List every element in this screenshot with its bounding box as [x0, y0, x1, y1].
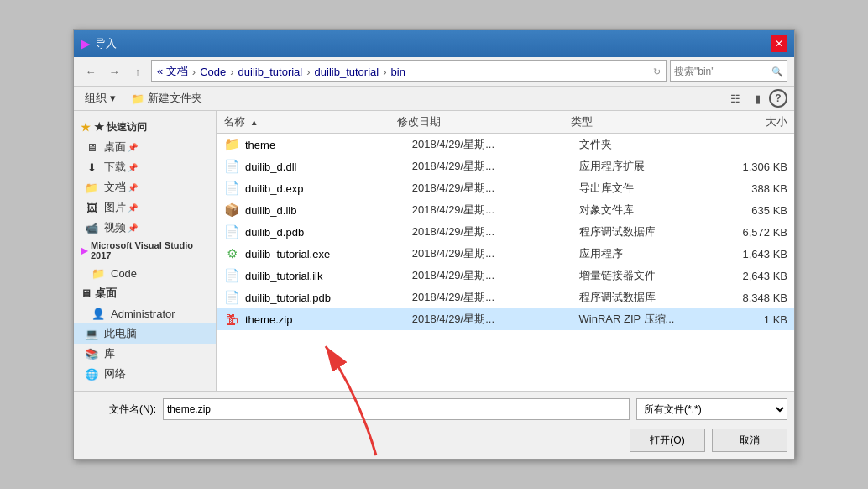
organize-button[interactable]: 组织 ▾ [81, 88, 120, 108]
desktop2-header[interactable]: 🖥 桌面 [74, 283, 216, 303]
pin-icon-doc: 📌 [128, 183, 138, 192]
table-row-selected[interactable]: 🗜 theme.zip 2018/4/29/星期... WinRAR ZIP 压… [217, 308, 794, 330]
table-row[interactable]: 📄 duilib_tutorial.ilk 2018/4/29/星期... 增量… [217, 265, 794, 287]
pictures-icon: 🖼 [84, 200, 99, 215]
footer: 文件名(N): 所有文件(*.*) 打开(O) 取消 [74, 391, 794, 459]
navigation-toolbar: ← → ↑ « 文档 › Code › duilib_tutorial › du… [74, 57, 794, 87]
open-button[interactable]: 打开(O) [630, 429, 705, 452]
address-part-3[interactable]: duilib_tutorial [237, 66, 305, 78]
pdb2-icon: 📄 [223, 289, 240, 306]
library-icon: 📚 [84, 346, 99, 361]
folder-icon: 📁 [223, 136, 240, 153]
up-button[interactable]: ↑ [128, 61, 148, 82]
pin-icon-pic: 📌 [128, 203, 138, 213]
column-headers: 名称 ▲ 修改日期 类型 大小 [217, 111, 794, 134]
address-bar[interactable]: « 文档 › Code › duilib_tutorial › duilib_t… [151, 60, 667, 82]
search-icon: 🔍 [771, 66, 783, 77]
cancel-button[interactable]: 取消 [712, 429, 787, 452]
dialog-title: 导入 [95, 36, 771, 51]
help-button[interactable]: ? [769, 89, 787, 108]
sidebar-item-desktop[interactable]: 🖥 桌面 📌 [74, 137, 216, 157]
import-dialog: ▶ 导入 ✕ ← → ↑ « 文档 › Code › duilib_tutori… [73, 29, 795, 460]
sidebar-item-admin[interactable]: 👤 Administrator [74, 303, 216, 323]
search-box: 🔍 [670, 60, 787, 82]
col-date-header[interactable]: 修改日期 [397, 114, 571, 129]
table-row[interactable]: 📄 duilib_d.pdb 2018/4/29/星期... 程序调试数据库 6… [217, 221, 794, 243]
thispc-icon: 💻 [84, 326, 99, 341]
desktop-icon: 🖥 [84, 139, 99, 155]
sort-arrow: ▲ [250, 118, 259, 127]
sidebar-item-library[interactable]: 📚 库 [74, 344, 216, 364]
table-row[interactable]: 📁 theme 2018/4/29/星期... 文件夹 [217, 134, 794, 155]
sidebar: ★ ★ 快速访问 🖥 桌面 📌 ⬇ 下载 📌 📁 文档 📌 🖼 图片 [74, 111, 217, 391]
address-part-4[interactable]: duilib_tutorial [313, 66, 381, 78]
zip-icon: 🗜 [223, 311, 240, 328]
sidebar-item-downloads[interactable]: ⬇ 下载 📌 [74, 157, 216, 177]
sidebar-item-network[interactable]: 🌐 网络 [74, 364, 216, 384]
dialog-icon: ▶ [81, 37, 90, 50]
back-button[interactable]: ← [81, 61, 101, 82]
table-row[interactable]: 📄 duilib_tutorial.pdb 2018/4/29/星期... 程序… [217, 287, 794, 308]
exp-icon: 📄 [223, 180, 240, 197]
exe-icon: ⚙ [223, 245, 240, 262]
view-list-button[interactable]: ☷ [725, 89, 745, 108]
pin-icon-dl: 📌 [128, 163, 138, 172]
filetype-select[interactable]: 所有文件(*.*) [636, 398, 787, 420]
download-icon: ⬇ [84, 160, 99, 175]
col-name-header[interactable]: 名称 ▲ [223, 114, 397, 129]
search-input[interactable] [674, 66, 771, 77]
network-icon: 🌐 [84, 366, 99, 381]
pin-icon: 📌 [128, 143, 138, 152]
table-row[interactable]: 📄 duilib_d.exp 2018/4/29/星期... 导出库文件 388… [217, 177, 794, 199]
sidebar-item-pictures[interactable]: 🖼 图片 📌 [74, 197, 216, 218]
quick-access-header[interactable]: ★ ★ 快速访问 [74, 118, 216, 137]
address-part-1[interactable]: « 文档 [155, 64, 190, 79]
col-size-header[interactable]: 大小 [701, 114, 787, 129]
dll-icon: 📄 [223, 158, 240, 175]
second-toolbar: 组织 ▾ 📁 新建文件夹 ☷ ▮ ? [74, 87, 794, 111]
sidebar-item-videos[interactable]: 📹 视频 📌 [74, 218, 216, 238]
sidebar-item-docs[interactable]: 📁 文档 📌 [74, 177, 216, 197]
sidebar-item-thispc[interactable]: 💻 此电脑 [74, 323, 216, 344]
address-part-2[interactable]: Code [198, 66, 227, 78]
view-grid-button[interactable]: ▮ [747, 89, 767, 108]
new-folder-button[interactable]: 📁 新建文件夹 [127, 88, 207, 108]
pin-icon-vid: 📌 [128, 223, 138, 233]
code-folder-icon: 📁 [91, 266, 106, 281]
docs-icon: 📁 [84, 180, 99, 195]
table-row[interactable]: 📦 duilib_d.lib 2018/4/29/星期... 对象文件库 635… [217, 199, 794, 221]
filename-label: 文件名(N): [81, 402, 156, 417]
admin-icon: 👤 [91, 306, 106, 321]
ilk-icon: 📄 [223, 267, 240, 284]
view-buttons: ☷ ▮ ? [725, 89, 787, 108]
sidebar-item-code[interactable]: 📁 Code [74, 263, 216, 283]
address-part-5[interactable]: bin [390, 66, 407, 78]
videos-icon: 📹 [84, 220, 99, 235]
col-type-header[interactable]: 类型 [571, 114, 701, 129]
content-area: 名称 ▲ 修改日期 类型 大小 📁 theme 2018/4/29/星期... … [217, 111, 794, 391]
filename-row: 文件名(N): 所有文件(*.*) [81, 398, 787, 420]
table-row[interactable]: ⚙ duilib_tutorial.exe 2018/4/29/星期... 应用… [217, 243, 794, 265]
lib-icon: 📦 [223, 202, 240, 218]
footer-buttons: 打开(O) 取消 [81, 425, 787, 452]
table-row[interactable]: 📄 duilib_d.dll 2018/4/29/星期... 应用程序扩展 1,… [217, 155, 794, 177]
forward-button[interactable]: → [104, 61, 124, 82]
filename-input[interactable] [163, 398, 630, 420]
vs-header[interactable]: ▶ Microsoft Visual Studio 2017 [74, 238, 216, 263]
close-button[interactable]: ✕ [771, 35, 787, 52]
main-area: ★ ★ 快速访问 🖥 桌面 📌 ⬇ 下载 📌 📁 文档 📌 🖼 图片 [74, 111, 794, 391]
titlebar: ▶ 导入 ✕ [74, 30, 794, 57]
pdb-icon: 📄 [223, 223, 240, 240]
